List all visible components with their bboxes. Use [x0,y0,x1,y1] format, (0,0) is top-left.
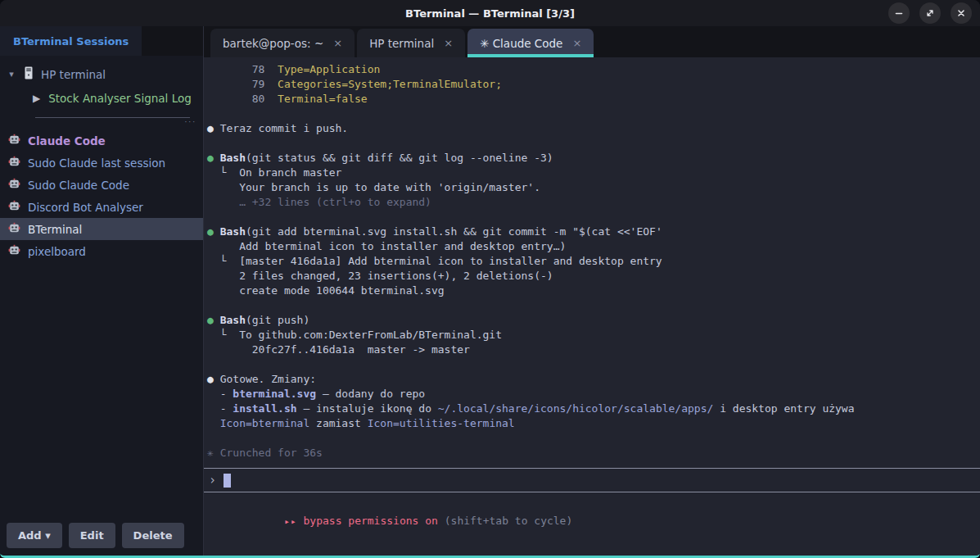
terminal-line: Add bterminal icon to installer and desk… [207,239,977,254]
edit-button[interactable]: Edit [69,523,115,548]
permissions-mode-text: bypass permissions on [304,515,438,527]
double-arrow-icon: ▸▸ [284,516,296,527]
text-cursor [224,474,231,488]
session-item-pixelboard[interactable]: pixelboard [0,240,203,262]
session-item-sudo-claude-last-session[interactable]: Sudo Claude last session [0,152,203,174]
terminal-line: - bterminal.svg — dodany do repo [207,387,977,401]
maximize-button[interactable] [919,2,941,24]
tab-hp-terminal[interactable]: HP terminal× [357,29,465,57]
robot-icon [8,200,20,215]
main-area: BTerminal Sessions ▾ HP terminal ▶ Stock… [0,26,980,556]
terminal-line: create mode 100644 bterminal.svg [207,284,977,298]
sessions-panel-title: BTerminal Sessions [0,26,142,56]
close-icon [955,7,967,19]
session-label: BTerminal [28,223,82,236]
terminal-line [207,136,977,151]
window-controls [888,2,972,24]
active-tab-underline [467,54,594,57]
terminal-line: ● Gotowe. Zmiany: [207,372,977,387]
terminal-line [207,107,977,121]
terminal-line: ● Bash(git status && git diff && git log… [207,151,977,166]
terminal-view: 78 Type=Application 79 Categories=System… [204,57,980,556]
session-item-discord-bot-analyser[interactable]: Discord Bot Analyser [0,196,203,218]
tree-item-label: HP terminal [41,68,106,81]
tab-bar: bartek@pop-os: ~×HP terminal×✳ Claude Co… [204,26,980,57]
chevron-down-icon[interactable]: ▾ [7,69,16,79]
cycle-hint-text: (shift+tab to cycle) [438,515,572,527]
terminal-line: 78 Type=Application [207,62,977,77]
sessions-sidebar: BTerminal Sessions ▾ HP terminal ▶ Stock… [0,26,204,556]
tab-claude-code[interactable]: ✳ Claude Code× [467,29,594,57]
robot-icon [8,244,20,259]
session-item-claude-code[interactable]: Claude Code [0,129,203,152]
terminal-column: bartek@pop-os: ~×HP terminal×✳ Claude Co… [204,26,980,556]
tree-item-label: Stock Analyser Signal Log [48,92,192,105]
robot-icon [8,222,20,237]
sidebar-divider: ··· [0,113,203,125]
session-label: Sudo Claude last session [28,157,165,170]
terminal-line: 20fc27f..416da1a master -> master [207,343,977,357]
session-item-sudo-claude-code[interactable]: Sudo Claude Code [0,174,203,196]
terminal-line [207,298,977,313]
add-button[interactable]: Add ▾ [7,523,62,548]
prompt-chevron-icon: › [209,473,216,488]
session-label: Claude Code [28,134,106,147]
session-label: pixelboard [28,245,86,258]
title-bar: BTerminal — BTerminal [3/3] [0,0,980,26]
close-button[interactable] [951,2,972,24]
tab-label: ✳ Claude Code [480,37,562,50]
robot-icon [8,156,20,170]
minimize-icon [893,7,905,19]
terminal-line: - install.sh — instaluje ikonę do ~/.loc… [207,401,977,416]
terminal-line: ● Bash(git push) [207,313,977,328]
session-list: Claude Code Sudo Claude last session Sud… [0,129,203,262]
terminal-line [207,431,977,446]
tree-item-hp-terminal[interactable]: ▾ HP terminal [0,62,203,86]
divider-line [35,117,190,118]
claude-prompt-input[interactable]: › [204,468,980,492]
sidebar-footer: Add ▾EditDelete [0,516,203,556]
terminal-line: 2 files changed, 23 insertions(+), 2 del… [207,269,977,284]
robot-icon [8,134,20,148]
session-item-bterminal[interactable]: BTerminal [0,218,203,240]
maximize-icon [924,7,936,19]
session-label: Sudo Claude Code [28,179,129,192]
terminal-line [207,357,977,372]
terminal-line: ✳ Crunched for 36s [207,446,977,460]
divider-grip-dots[interactable]: ··· [184,118,196,126]
terminal-line: ● Bash(git add bterminal.svg install.sh … [207,225,977,239]
tab-bartek-pop-os[interactable]: bartek@pop-os: ~× [210,29,355,57]
terminal-output[interactable]: 78 Type=Application 79 Categories=System… [204,57,980,468]
terminal-line: 80 Terminal=false [207,92,977,107]
terminal-line: Your branch is up to date with 'origin/m… [207,180,977,195]
session-label: Discord Bot Analyser [28,201,143,214]
terminal-line: └ To github.com:DexterFromLab/BTerminal.… [207,328,977,343]
delete-button[interactable]: Delete [122,523,184,548]
terminal-line: ● Teraz commit i push. [207,121,977,136]
terminal-line: Icon=bterminal zamiast Icon=utilities-te… [207,416,977,431]
tab-label: HP terminal [369,37,434,50]
tree-item-stock-analyser-signal-log[interactable]: ▶ Stock Analyser Signal Log [0,86,203,110]
computer-icon [24,66,34,82]
terminal-line [207,210,977,225]
play-icon: ▶ [33,93,40,104]
tab-close-icon[interactable]: × [444,37,453,49]
robot-icon [8,178,20,193]
sidebar-header-row: BTerminal Sessions [0,26,203,56]
terminal-line: └ [master 416da1a] Add bterminal icon to… [207,254,977,269]
terminal-line: 79 Categories=System;TerminalEmulator; [207,77,977,92]
window-title: BTerminal — BTerminal [3/3] [405,7,575,20]
permissions-status-line: ▸▸bypass permissions on (shift+tab to cy… [204,492,980,556]
minimize-button[interactable] [888,2,910,24]
tab-close-icon[interactable]: × [572,37,581,49]
terminal-line: … +32 lines (ctrl+o to expand) [207,195,977,210]
bterminal-window: BTerminal — BTerminal [3/3] [0,0,980,558]
tab-label: bartek@pop-os: ~ [223,37,323,50]
tab-close-icon[interactable]: × [333,37,342,49]
terminal-line: └ On branch master [207,166,977,180]
session-tree: ▾ HP terminal ▶ Stock Analyser Signal Lo… [0,56,203,110]
